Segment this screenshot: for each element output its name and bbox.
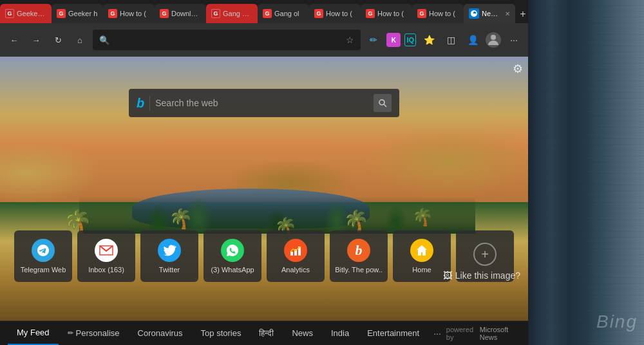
tab-title-8: How to ( [377, 10, 407, 17]
tab-3[interactable]: G How to ( [103, 4, 155, 23]
quick-link-twitter[interactable]: Twitter [140, 230, 198, 282]
tab-9[interactable]: G How to ( [412, 4, 464, 23]
search-container: b Search the web [129, 89, 399, 117]
tab-favicon-1: G [5, 9, 14, 18]
quick-link-bitly-label: Bitly. The pow.. [335, 266, 383, 274]
tab-favicon-7: G [314, 9, 323, 18]
browser-window: G Geekermag G Geeker h G How to ( G Down… [0, 0, 528, 345]
tab-favicon-10 [469, 8, 479, 19]
personalise-label: Personalise [76, 328, 120, 338]
tab-new-tab[interactable]: New Tab ✕ [464, 4, 515, 23]
tab-favicon-5: G [211, 9, 220, 18]
more-button[interactable]: ··· [505, 31, 523, 49]
tab-4[interactable]: G Downloa.. [155, 4, 206, 23]
quick-link-whatsapp-label: (3) WhatsApp [211, 266, 254, 274]
k-extension-icon[interactable]: K [386, 33, 401, 47]
tab-title-2: Geeker h [68, 10, 98, 17]
quick-links: Telegram Web Inbox (163) Twitter [14, 230, 514, 282]
quick-link-gmail[interactable]: Inbox (163) [77, 230, 135, 282]
new-tab-page: 🌴 🌴 🌴 🌴 🌴 ⚙ b Search the web [0, 57, 528, 321]
quick-link-twitter-label: Twitter [159, 266, 180, 274]
tab-favicon-6: G [263, 9, 272, 18]
like-image-button[interactable]: 🖼 Like this image? [443, 270, 520, 281]
tab-title-7: How to ( [326, 10, 355, 17]
tab-favicon-3: G [108, 9, 117, 18]
tab-title-4: Downloa.. [171, 10, 201, 17]
tab-6[interactable]: G Gang ol [258, 4, 309, 23]
nav-more-button[interactable]: ··· [428, 328, 446, 339]
tab-title-6: Gang ol [274, 10, 304, 17]
like-image-label: Like this image? [455, 270, 520, 281]
draw-icon[interactable]: ✏ [365, 31, 383, 49]
new-tab-button[interactable]: + [518, 5, 528, 23]
address-bar: ← → ↻ ⌂ 🔍 ☆ ✏ K IQ ⭐ ◫ 👤 ··· [0, 23, 528, 57]
bitly-icon: b [347, 239, 370, 262]
forward-button[interactable]: → [27, 31, 45, 49]
quick-link-home-label: Home [412, 266, 431, 274]
quick-link-analytics-label: Analytics [281, 266, 310, 274]
settings-gear-icon[interactable]: ⚙ [513, 62, 523, 76]
refresh-button[interactable]: ↻ [49, 31, 67, 49]
nav-item-coronavirus[interactable]: Coronavirus [129, 321, 192, 345]
microsoft-news-logo: Microsoft News [480, 326, 520, 341]
tab-title-3: How to ( [120, 10, 149, 17]
quick-link-bitly[interactable]: b Bitly. The pow.. [330, 230, 388, 282]
svg-point-0 [491, 35, 496, 40]
favorites-icon[interactable]: ⭐ [420, 31, 438, 49]
quick-link-telegram[interactable]: Telegram Web [14, 230, 72, 282]
tab-title-1: Geekermag [17, 10, 46, 17]
url-text: 🔍 [99, 35, 219, 45]
search-input[interactable]: Search the web [155, 98, 368, 108]
telegram-icon [32, 239, 55, 262]
quick-link-home[interactable]: Home [393, 230, 451, 282]
nav-item-hindi[interactable]: हिन्दी [250, 321, 283, 345]
tab-title-5: Gang of She [223, 10, 252, 17]
whatsapp-icon [221, 239, 244, 262]
quick-link-gmail-label: Inbox (163) [88, 266, 124, 274]
tab-5[interactable]: G Gang of She [206, 4, 258, 23]
tab-8[interactable]: G How to ( [361, 4, 412, 23]
nav-item-india[interactable]: India [322, 321, 358, 345]
back-button[interactable]: ← [5, 31, 23, 49]
svg-rect-4 [290, 252, 293, 256]
tab-geekermag[interactable]: G Geekermag [0, 4, 52, 23]
quick-link-analytics[interactable]: Analytics [267, 230, 325, 282]
tab-title-9: How to ( [429, 10, 459, 17]
tab-favicon-8: G [366, 9, 375, 18]
tab-7[interactable]: G How to ( [309, 4, 361, 23]
tab-close-button[interactable]: ✕ [505, 10, 510, 17]
nav-item-top-stories[interactable]: Top stories [192, 321, 251, 345]
analytics-icon [284, 239, 307, 262]
add-icon: + [473, 243, 497, 266]
search-submit-button[interactable] [374, 94, 392, 112]
toolbar-icons: ✏ K IQ ⭐ ◫ 👤 ··· [365, 31, 523, 49]
quick-link-whatsapp[interactable]: (3) WhatsApp [204, 230, 261, 282]
bottom-navigation: My Feed ✏ Personalise Coronavirus Top st… [0, 321, 528, 345]
svg-point-1 [379, 100, 384, 105]
tab-title-10: New Tab [482, 10, 502, 17]
bing-logo: b [137, 96, 150, 111]
collections-icon[interactable]: ◫ [442, 31, 460, 49]
nav-item-entertainment[interactable]: Entertainment [358, 321, 428, 345]
user-avatar[interactable] [486, 32, 501, 48]
twitter-icon [158, 239, 181, 262]
nav-item-news[interactable]: News [283, 321, 322, 345]
home-quicklink-icon [410, 239, 433, 262]
nav-item-personalise[interactable]: ✏ Personalise [59, 321, 129, 345]
tab-2[interactable]: G Geeker h [52, 4, 103, 23]
side-panel-image: Bing [528, 0, 644, 345]
bing-watermark: Bing [596, 312, 638, 332]
powered-by-label: powered by [446, 326, 477, 341]
pencil-icon: ✏ [68, 329, 73, 337]
like-image-icon: 🖼 [443, 270, 452, 281]
url-box[interactable]: 🔍 ☆ [93, 30, 361, 50]
powered-by: powered by Microsoft News [446, 326, 520, 341]
search-box[interactable]: b Search the web [129, 89, 399, 117]
side-panel: Bing [528, 0, 644, 345]
url-favorite-icon[interactable]: ☆ [346, 35, 354, 45]
profile-icon[interactable]: 👤 [464, 31, 482, 49]
nav-item-my-feed[interactable]: My Feed [8, 321, 59, 345]
home-button[interactable]: ⌂ [71, 31, 89, 49]
tab-bar: G Geekermag G Geeker h G How to ( G Down… [0, 0, 528, 23]
iq-extension-icon[interactable]: IQ [404, 33, 416, 46]
